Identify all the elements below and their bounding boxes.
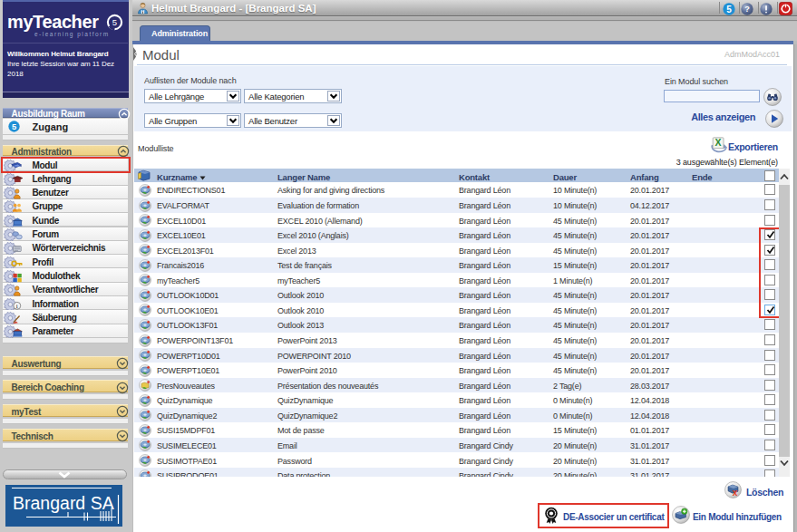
svg-text:5: 5 [11, 122, 15, 131]
svg-text:i: i [16, 303, 18, 310]
svg-text:?: ? [744, 5, 750, 14]
svg-text:5: 5 [726, 4, 732, 14]
svg-text:5: 5 [112, 17, 117, 27]
svg-text:x: x [733, 487, 738, 497]
svg-text:Brangard SA: Brangard SA [13, 492, 114, 512]
